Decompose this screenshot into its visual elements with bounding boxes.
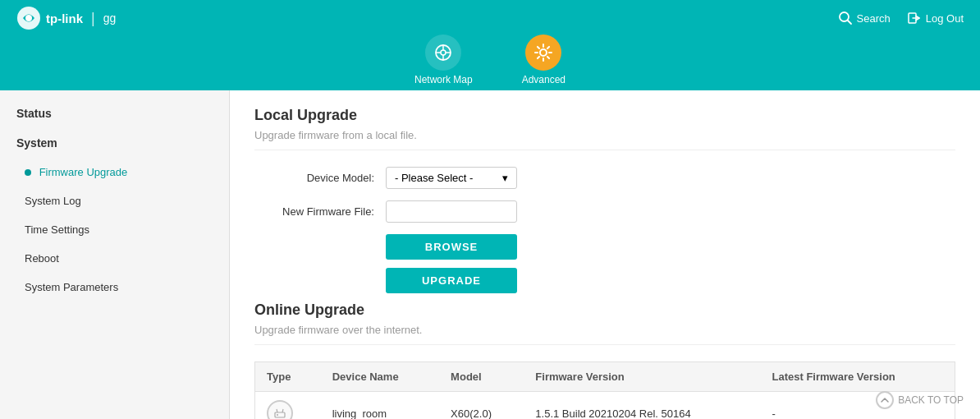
device-model-placeholder: - Please Select - xyxy=(395,172,473,184)
header: tp-link | gg Search Log Out xyxy=(0,0,980,90)
firmware-file-label: New Firmware File: xyxy=(254,205,386,218)
logo-divider: | xyxy=(91,10,95,27)
tab-network-map[interactable]: Network Map xyxy=(414,35,473,90)
logout-button[interactable]: Log Out xyxy=(907,11,964,25)
local-upgrade-subtitle: Upgrade firmware from a local file. xyxy=(254,129,955,150)
col-device-name: Device Name xyxy=(321,362,439,392)
col-type: Type xyxy=(255,362,321,392)
sidebar-item-system-log[interactable]: System Log xyxy=(0,186,229,215)
logout-label: Log Out xyxy=(926,12,964,25)
main-layout: Status System Firmware Upgrade System Lo… xyxy=(0,90,980,419)
sidebar-item-system[interactable]: System xyxy=(0,128,229,158)
col-firmware-version: Firmware Version xyxy=(524,362,760,392)
browse-button[interactable]: BROWSE xyxy=(386,234,517,260)
sidebar-system-log-label: System Log xyxy=(25,195,81,207)
search-label: Search xyxy=(857,12,891,25)
chevron-down-icon: ▾ xyxy=(502,172,508,184)
network-map-icon xyxy=(433,43,453,62)
svg-line-3 xyxy=(847,21,851,25)
svg-rect-13 xyxy=(275,412,285,417)
sidebar-system-params-label: System Parameters xyxy=(25,281,118,293)
logout-icon xyxy=(907,11,922,25)
local-upgrade-title: Local Upgrade xyxy=(254,107,955,124)
cell-model-1: X60(2.0) xyxy=(439,392,524,420)
advanced-icon xyxy=(534,43,553,62)
bullet-icon xyxy=(25,169,31,176)
firmware-file-input[interactable] xyxy=(386,200,517,223)
sidebar-item-system-parameters[interactable]: System Parameters xyxy=(0,273,229,302)
advanced-icon-wrap xyxy=(525,35,561,71)
online-upgrade-subtitle: Upgrade firmware over the internet. xyxy=(254,324,955,345)
device-name: gg xyxy=(103,12,117,25)
online-upgrade-table: Type Device Name Model Firmware Version … xyxy=(254,361,955,419)
device-model-select[interactable]: - Please Select - ▾ xyxy=(386,167,517,189)
sidebar: Status System Firmware Upgrade System Lo… xyxy=(0,90,230,419)
header-actions: Search Log Out xyxy=(838,11,964,25)
tplink-logo-icon xyxy=(16,6,41,30)
svg-point-1 xyxy=(25,15,32,21)
sidebar-item-time-settings[interactable]: Time Settings xyxy=(0,215,229,244)
cell-firmware-1: 1.5.1 Build 20210204 Rel. 50164 xyxy=(524,392,760,420)
online-upgrade-title: Online Upgrade xyxy=(254,302,955,319)
sidebar-item-reboot[interactable]: Reboot xyxy=(0,244,229,273)
svg-point-7 xyxy=(441,50,446,55)
table-row: living_room X60(2.0) 1.5.1 Build 2021020… xyxy=(255,392,955,420)
local-upgrade-section: Local Upgrade Upgrade firmware from a lo… xyxy=(254,107,955,293)
sidebar-item-status[interactable]: Status xyxy=(0,99,229,128)
header-top: tp-link | gg Search Log Out xyxy=(0,0,980,36)
cell-device-name-1: living_room xyxy=(321,392,439,420)
col-model: Model xyxy=(439,362,524,392)
sidebar-item-firmware-upgrade[interactable]: Firmware Upgrade xyxy=(0,158,229,186)
device-model-row: Device Model: - Please Select - ▾ xyxy=(254,167,955,189)
network-map-icon-wrap xyxy=(425,35,461,71)
back-to-top[interactable]: BACK TO TOP xyxy=(876,391,964,409)
brand-name: tp-link xyxy=(46,12,83,25)
search-button[interactable]: Search xyxy=(838,11,891,25)
content-area: Local Upgrade Upgrade firmware from a lo… xyxy=(230,90,980,419)
sidebar-status-label: Status xyxy=(16,107,52,120)
back-to-top-label: BACK TO TOP xyxy=(898,394,964,406)
online-upgrade-section: Online Upgrade Upgrade firmware over the… xyxy=(254,302,955,419)
upgrade-button[interactable]: UPGRADE xyxy=(386,268,517,293)
svg-point-16 xyxy=(277,414,278,416)
firmware-file-row: New Firmware File: xyxy=(254,200,955,223)
svg-line-14 xyxy=(277,409,277,412)
sidebar-reboot-label: Reboot xyxy=(25,252,59,265)
tab-advanced[interactable]: Advanced xyxy=(522,35,566,90)
router-icon xyxy=(273,407,286,419)
sidebar-firmware-label: Firmware Upgrade xyxy=(39,166,128,178)
sidebar-system-label: System xyxy=(16,136,57,150)
nav-tabs: Network Map Advanced xyxy=(414,35,566,90)
back-to-top-icon xyxy=(876,391,894,409)
arrow-up-icon xyxy=(880,395,890,405)
sidebar-time-label: Time Settings xyxy=(25,223,89,236)
device-icon-1 xyxy=(267,400,293,419)
search-icon xyxy=(838,11,853,25)
logo-area: tp-link | gg xyxy=(16,6,116,30)
device-model-label: Device Model: xyxy=(254,172,386,184)
cell-type-1 xyxy=(255,392,321,420)
tab-network-map-label: Network Map xyxy=(414,74,473,85)
svg-line-15 xyxy=(282,409,283,412)
col-latest-firmware: Latest Firmware Version xyxy=(760,362,955,392)
tab-advanced-label: Advanced xyxy=(522,74,566,85)
svg-point-12 xyxy=(540,49,547,56)
table-header-row: Type Device Name Model Firmware Version … xyxy=(255,362,955,392)
